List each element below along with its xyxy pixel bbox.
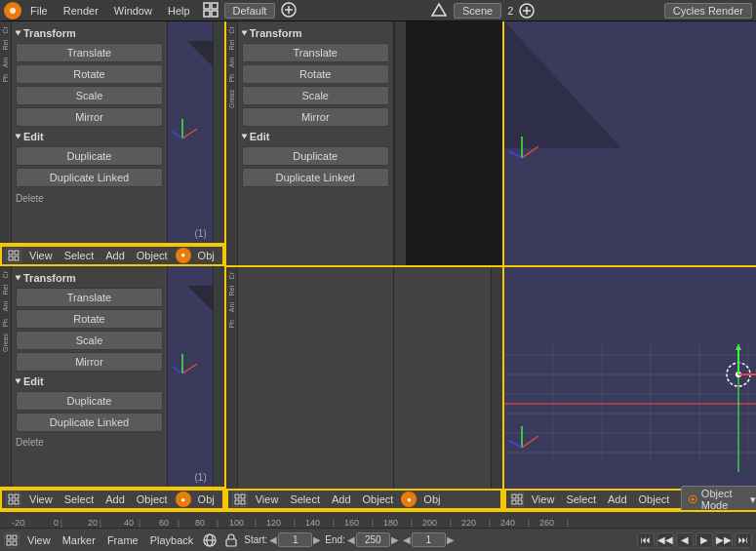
- object-menu-bl[interactable]: Object: [133, 492, 172, 507]
- select-menu-br[interactable]: Select: [562, 492, 600, 507]
- sidebar-tab-cr-tr[interactable]: Cr: [227, 23, 236, 36]
- timeline-playback-menu[interactable]: Playback: [146, 532, 198, 548]
- scale-btn-bl[interactable]: Scale: [16, 331, 163, 350]
- frame-prev-btn[interactable]: ◀: [403, 534, 411, 545]
- sidebar-tab-cr-bc[interactable]: Cr: [227, 269, 236, 282]
- end-prev-btn[interactable]: ◀: [347, 534, 355, 545]
- view-menu-bc[interactable]: View: [252, 492, 283, 507]
- rotate-btn-tl[interactable]: Rotate: [16, 64, 163, 84]
- workspace-selector[interactable]: Default: [224, 3, 276, 19]
- 3d-view-bc-small[interactable]: [394, 267, 491, 490]
- 3d-view-tr[interactable]: User Persp: [504, 21, 756, 265]
- timeline-frame-menu[interactable]: Frame: [103, 532, 142, 548]
- jump-start-btn[interactable]: ⏮: [637, 532, 655, 548]
- duplicate-linked-btn-tl[interactable]: Duplicate Linked: [16, 168, 163, 187]
- mirror-btn-bl[interactable]: Mirror: [16, 352, 163, 372]
- menu-help[interactable]: Help: [161, 3, 197, 19]
- scrollbar-tl[interactable]: [213, 21, 224, 243]
- end-next-btn[interactable]: ▶: [391, 534, 399, 545]
- play-btn[interactable]: ▶: [696, 532, 713, 548]
- select-menu-tl[interactable]: Select: [60, 248, 99, 263]
- rotate-btn-bl[interactable]: Rotate: [16, 309, 163, 329]
- translate-btn-tl[interactable]: Translate: [16, 43, 163, 62]
- edit-header-tr[interactable]: Edit: [242, 129, 389, 144]
- step-back-btn[interactable]: ◀: [676, 532, 694, 548]
- end-value-input[interactable]: [356, 532, 390, 547]
- object-mode-selector[interactable]: Object Mode ▾: [681, 486, 756, 510]
- global-icon[interactable]: [201, 531, 219, 549]
- frame-next-btn[interactable]: ▶: [447, 534, 455, 545]
- duplicate-linked-btn-bl[interactable]: Duplicate Linked: [16, 413, 163, 432]
- obj-menu-tl[interactable]: Obj: [194, 248, 219, 263]
- obj-menu-bl[interactable]: Obj: [194, 492, 219, 507]
- add-menu-br[interactable]: Add: [604, 492, 631, 507]
- transform-header-tr[interactable]: Transform: [242, 25, 389, 41]
- menu-render[interactable]: Render: [57, 3, 105, 19]
- timeline-icon-btn[interactable]: [4, 532, 20, 548]
- start-next-btn[interactable]: ▶: [313, 534, 321, 545]
- edit-header-tl[interactable]: Edit: [16, 129, 163, 144]
- sidebar-tab-grease-bl[interactable]: Greas: [1, 331, 10, 355]
- sidebar-tab-ph-bl[interactable]: Ph: [1, 316, 10, 331]
- sidebar-tab-cr-tl[interactable]: Cr: [1, 23, 10, 36]
- sidebar-tab-ani-bl[interactable]: Ani: [1, 298, 10, 314]
- object-menu-tl[interactable]: Object: [133, 248, 172, 263]
- transform-header-tl[interactable]: Transform: [16, 25, 163, 41]
- start-prev-btn[interactable]: ◀: [269, 534, 277, 545]
- mirror-btn-tl[interactable]: Mirror: [16, 107, 163, 127]
- sidebar-tab-cr-bl[interactable]: Cr: [1, 268, 10, 281]
- rotate-btn-tr[interactable]: Rotate: [242, 64, 389, 84]
- object-menu-bc[interactable]: Object: [359, 492, 398, 507]
- statusbar-icon-br[interactable]: [510, 492, 524, 507]
- view-menu-tl[interactable]: View: [25, 248, 57, 263]
- select-menu-bc[interactable]: Select: [286, 492, 324, 507]
- scrollbar-tr[interactable]: [394, 21, 406, 265]
- sidebar-tab-grease-tr[interactable]: Greas: [227, 87, 236, 111]
- statusbar-icon-bl[interactable]: [6, 492, 21, 507]
- start-value-input[interactable]: [278, 532, 312, 547]
- scale-btn-tr[interactable]: Scale: [242, 86, 389, 105]
- render-engine-selector[interactable]: Cycles Render: [664, 3, 752, 19]
- next-keyframe-btn[interactable]: ▶▶: [715, 532, 733, 548]
- sidebar-tab-ani-tr[interactable]: Ani: [227, 55, 236, 70]
- scene-selector[interactable]: Scene: [454, 3, 501, 19]
- mirror-btn-tr[interactable]: Mirror: [242, 107, 389, 127]
- duplicate-linked-btn-tr[interactable]: Duplicate Linked: [242, 168, 389, 187]
- add-menu-bl[interactable]: Add: [101, 492, 129, 507]
- duplicate-btn-bl[interactable]: Duplicate: [16, 391, 163, 411]
- menu-file[interactable]: File: [23, 3, 55, 19]
- jump-end-btn[interactable]: ⏭: [735, 532, 752, 548]
- add-menu-tl[interactable]: Add: [101, 248, 129, 263]
- sidebar-tab-rel-tl[interactable]: Rel: [1, 37, 10, 54]
- sidebar-tab-ph-tl[interactable]: Ph: [1, 71, 10, 86]
- add-menu-bc[interactable]: Add: [328, 492, 355, 507]
- sidebar-tab-ph-tr[interactable]: Ph: [227, 71, 236, 86]
- timeline-marker-menu[interactable]: Marker: [59, 532, 99, 548]
- transform-header-bl[interactable]: Transform: [16, 270, 163, 286]
- prev-keyframe-btn[interactable]: ◀◀: [657, 532, 674, 548]
- current-frame-input[interactable]: [412, 532, 446, 547]
- edit-header-bl[interactable]: Edit: [16, 374, 163, 389]
- sidebar-tab-rel-bl[interactable]: Rel: [1, 282, 10, 298]
- timeline-view-menu[interactable]: View: [23, 532, 55, 548]
- sidebar-tab-ph-bc[interactable]: Ph: [227, 317, 236, 332]
- duplicate-btn-tl[interactable]: Duplicate: [16, 146, 163, 166]
- lock-icon[interactable]: [222, 531, 240, 549]
- obj-menu-bc[interactable]: Obj: [419, 492, 444, 507]
- object-menu-br[interactable]: Object: [635, 492, 674, 507]
- workspace-add-icon[interactable]: [281, 2, 297, 18]
- scrollbar-bc[interactable]: [491, 267, 502, 490]
- sidebar-tab-ani-bc[interactable]: Ani: [227, 299, 236, 315]
- 3d-view-tl[interactable]: User Persp: [168, 21, 213, 243]
- scale-btn-tl[interactable]: Scale: [16, 86, 163, 105]
- 3d-view-bl[interactable]: User Persp (1): [168, 266, 213, 488]
- menu-window[interactable]: Window: [107, 3, 159, 19]
- sidebar-tab-rel-tr[interactable]: Rel: [227, 37, 236, 54]
- translate-btn-bl[interactable]: Translate: [16, 288, 163, 307]
- scene-nav-icon[interactable]: [519, 3, 535, 19]
- translate-btn-tr[interactable]: Translate: [242, 43, 389, 62]
- duplicate-btn-tr[interactable]: Duplicate: [242, 146, 389, 166]
- view-menu-bl[interactable]: View: [25, 492, 57, 507]
- sidebar-tab-rel-bc[interactable]: Rel: [227, 283, 236, 299]
- 3d-view-br[interactable]: User Persp: [504, 267, 756, 511]
